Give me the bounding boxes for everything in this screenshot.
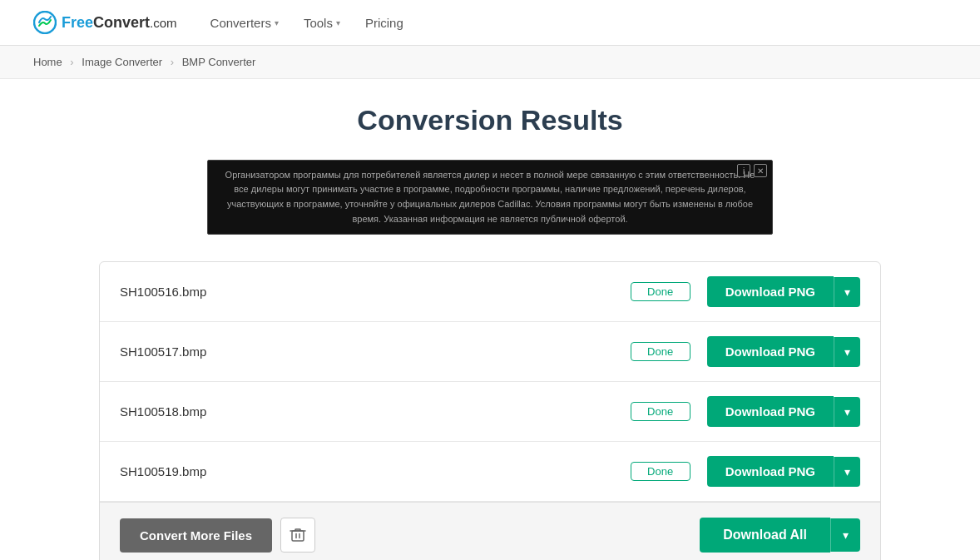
converters-chevron-icon: ▾ — [275, 18, 279, 27]
breadcrumb-home[interactable]: Home — [33, 56, 62, 68]
convert-more-button[interactable]: Convert More Files — [120, 518, 272, 553]
breadcrumb-bmp-converter: BMP Converter — [182, 56, 256, 68]
download-button-0[interactable]: Download PNG — [707, 276, 834, 307]
download-group-3: Download PNG ▾ — [707, 456, 860, 487]
ad-banner: i ✕ Организатором программы для потребит… — [207, 160, 773, 235]
file-name-2: SH100518.bmp — [120, 404, 631, 419]
action-bar: Convert More Files Download All ▾ — [100, 502, 880, 560]
download-all-dropdown[interactable]: ▾ — [830, 518, 860, 552]
logo[interactable]: FreeConvert.com — [33, 11, 177, 34]
nav-pricing[interactable]: Pricing — [365, 16, 403, 30]
logo-icon — [33, 11, 57, 34]
breadcrumb-sep-2: › — [171, 56, 174, 68]
table-row: SH100517.bmp Done Download PNG ▾ — [100, 322, 880, 382]
download-button-1[interactable]: Download PNG — [707, 336, 834, 367]
ad-controls: i ✕ — [737, 164, 767, 177]
download-dropdown-3[interactable]: ▾ — [834, 457, 860, 487]
ad-info-button[interactable]: i — [737, 164, 750, 177]
table-row: SH100516.bmp Done Download PNG ▾ — [100, 262, 880, 322]
download-dropdown-0[interactable]: ▾ — [834, 277, 860, 307]
table-row: SH100519.bmp Done Download PNG ▾ — [100, 442, 880, 502]
status-badge-3: Done — [631, 462, 690, 481]
file-name-1: SH100517.bmp — [120, 344, 631, 359]
tools-chevron-icon: ▾ — [336, 18, 340, 27]
nav-converters[interactable]: Converters ▾ — [210, 16, 279, 30]
download-group-2: Download PNG ▾ — [707, 396, 860, 427]
convert-more-group: Convert More Files — [120, 518, 315, 553]
trash-button[interactable] — [280, 518, 315, 553]
download-dropdown-2[interactable]: ▾ — [834, 397, 860, 427]
logo-text: FreeConvert.com — [62, 14, 177, 32]
download-all-button[interactable]: Download All — [700, 518, 830, 553]
download-group-0: Download PNG ▾ — [707, 276, 860, 307]
breadcrumb-image-converter[interactable]: Image Converter — [82, 56, 162, 68]
table-row: SH100518.bmp Done Download PNG ▾ — [100, 382, 880, 442]
status-badge-1: Done — [631, 342, 690, 361]
download-dropdown-1[interactable]: ▾ — [834, 337, 860, 367]
nav-tools[interactable]: Tools ▾ — [304, 16, 340, 30]
breadcrumb: Home › Image Converter › BMP Converter — [0, 46, 980, 79]
ad-text: Организатором программы для потребителей… — [208, 160, 772, 235]
results-container: SH100516.bmp Done Download PNG ▾ SH10051… — [99, 261, 881, 560]
status-badge-0: Done — [631, 282, 690, 301]
download-group-1: Download PNG ▾ — [707, 336, 860, 367]
ad-close-button[interactable]: ✕ — [754, 164, 767, 177]
download-button-2[interactable]: Download PNG — [707, 396, 834, 427]
main-nav: Converters ▾ Tools ▾ Pricing — [210, 16, 403, 30]
page-title: Conversion Results — [99, 104, 881, 136]
main-content: Conversion Results i ✕ Организатором про… — [82, 79, 898, 560]
download-button-3[interactable]: Download PNG — [707, 456, 834, 487]
file-name-0: SH100516.bmp — [120, 285, 631, 299]
site-header: FreeConvert.com Converters ▾ Tools ▾ Pri… — [0, 0, 980, 46]
breadcrumb-sep-1: › — [70, 56, 73, 68]
download-all-group: Download All ▾ — [700, 518, 860, 553]
status-badge-2: Done — [631, 402, 690, 421]
file-name-3: SH100519.bmp — [120, 464, 631, 478]
trash-icon — [290, 527, 306, 543]
svg-rect-1 — [292, 531, 304, 541]
